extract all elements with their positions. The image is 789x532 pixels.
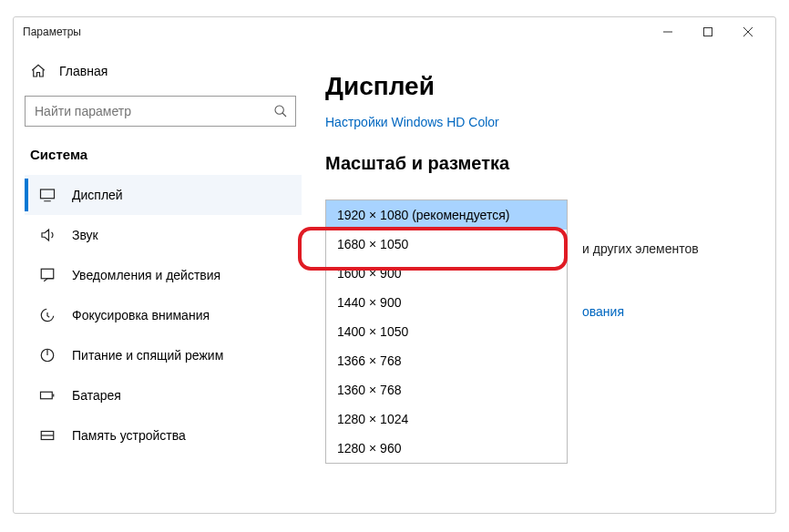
- minimize-button[interactable]: [648, 17, 688, 46]
- page-title: Дисплей: [325, 72, 775, 101]
- window-controls: [648, 17, 768, 46]
- search-box[interactable]: [25, 96, 296, 127]
- resolution-option[interactable]: 1366 × 768: [326, 346, 567, 375]
- dropdown-list: 1920 × 1080 (рекомендуется) 1680 × 1050 …: [326, 200, 567, 463]
- scale-text-fragment: и других элементов: [582, 241, 699, 256]
- search-input[interactable]: [26, 97, 295, 126]
- close-button[interactable]: [728, 17, 768, 46]
- svg-rect-1: [704, 28, 712, 36]
- sidebar-item-storage[interactable]: Память устройства: [25, 415, 302, 455]
- resolution-option[interactable]: 1600 × 900: [326, 259, 567, 288]
- resolution-dropdown[interactable]: 1920 × 1080 (рекомендуется) 1680 × 1050 …: [325, 200, 568, 464]
- svg-rect-8: [41, 269, 54, 279]
- power-icon: [39, 347, 56, 363]
- settings-window: Параметры Главная Система Дисплей: [13, 16, 776, 514]
- sidebar-item-label: Дисплей: [72, 188, 123, 202]
- svg-rect-6: [41, 189, 55, 199]
- sidebar-item-label: Батарея: [72, 388, 121, 403]
- sidebar-item-label: Уведомления и действия: [72, 268, 220, 282]
- battery-icon: [39, 387, 56, 404]
- hd-color-link[interactable]: Настройки Windows HD Color: [325, 115, 499, 129]
- titlebar: Параметры: [14, 17, 775, 46]
- sound-icon: [39, 227, 56, 243]
- notifications-icon: [39, 267, 56, 283]
- link-fragment[interactable]: ования: [582, 304, 624, 319]
- resolution-option[interactable]: 1440 × 900: [326, 288, 567, 317]
- svg-point-4: [275, 106, 283, 114]
- svg-rect-11: [41, 392, 53, 399]
- resolution-option[interactable]: 1280 × 960: [326, 434, 567, 463]
- window-title: Параметры: [21, 26, 648, 38]
- sidebar-item-display[interactable]: Дисплей: [25, 175, 302, 215]
- content-area: Дисплей Настройки Windows HD Color Масшт…: [302, 46, 775, 513]
- sidebar-item-label: Питание и спящий режим: [72, 348, 223, 363]
- sidebar-item-label: Фокусировка внимания: [72, 308, 210, 322]
- maximize-button[interactable]: [688, 17, 728, 46]
- display-icon: [39, 187, 56, 203]
- sidebar-item-label: Звук: [72, 228, 98, 242]
- resolution-option[interactable]: 1400 × 1050: [326, 317, 567, 346]
- sidebar-item-battery[interactable]: Батарея: [25, 375, 302, 415]
- storage-icon: [39, 427, 56, 444]
- svg-line-5: [282, 113, 286, 117]
- resolution-option[interactable]: 1280 × 1024: [326, 404, 567, 434]
- sidebar-item-focus[interactable]: Фокусировка внимания: [25, 295, 302, 335]
- sidebar-item-notifications[interactable]: Уведомления и действия: [25, 255, 302, 295]
- home-icon: [30, 63, 46, 79]
- sidebar-item-power[interactable]: Питание и спящий режим: [25, 335, 302, 375]
- home-label: Главная: [59, 64, 108, 78]
- nav-list: Дисплей Звук Уведомления и действия Фоку…: [25, 175, 302, 455]
- sidebar: Главная Система Дисплей Звук Уведомления: [14, 46, 302, 513]
- focus-icon: [39, 307, 56, 323]
- group-label: Система: [25, 147, 302, 175]
- home-link[interactable]: Главная: [25, 57, 302, 96]
- sidebar-item-label: Память устройства: [72, 428, 186, 443]
- resolution-option[interactable]: 1920 × 1080 (рекомендуется): [326, 200, 567, 230]
- search-icon: [273, 104, 288, 118]
- window-body: Главная Система Дисплей Звук Уведомления: [14, 46, 775, 513]
- sidebar-item-sound[interactable]: Звук: [25, 215, 302, 255]
- resolution-option[interactable]: 1360 × 768: [326, 375, 567, 404]
- resolution-option[interactable]: 1680 × 1050: [326, 230, 567, 259]
- section-title: Масштаб и разметка: [325, 153, 775, 174]
